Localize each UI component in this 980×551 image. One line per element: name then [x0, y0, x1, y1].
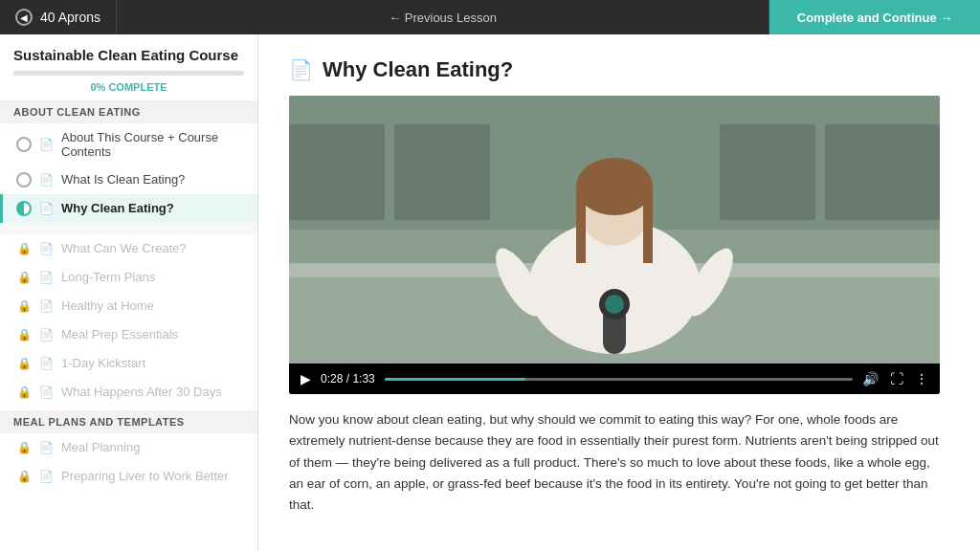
lesson-label-locked-2: Long-Term Plans [61, 270, 155, 284]
lesson-item-locked-1: 🔒 📄 What Can We Create? [0, 234, 257, 263]
fullscreen-icon[interactable]: ⛶ [890, 371, 903, 386]
svg-rect-3 [394, 124, 490, 220]
progress-bar-bg [13, 71, 244, 76]
lesson-circle-icon-2 [16, 172, 32, 187]
complete-continue-button[interactable]: Complete and Continue → [769, 0, 980, 34]
lesson-label-1: About This Course + Course Contents [61, 130, 244, 159]
doc-icon-1: 📄 [39, 138, 54, 151]
doc-icon-locked-7: 📄 [39, 441, 54, 454]
lesson-item-about-course[interactable]: 📄 About This Course + Course Contents [0, 123, 257, 165]
sidebar: Sustainable Clean Eating Course 0% COMPL… [0, 34, 258, 551]
lesson-item-locked-4: 🔒 📄 Meal Prep Essentials [0, 320, 257, 349]
section-header-about: About Clean Eating [0, 100, 257, 123]
lesson-label-preparing-liver: Preparing Liver to Work Better [61, 469, 229, 483]
svg-rect-11 [576, 187, 586, 263]
progress-bar-wrap [0, 71, 257, 79]
more-icon[interactable]: ⋮ [915, 371, 928, 386]
lesson-title-row: 📄 Why Clean Eating? [289, 57, 949, 82]
video-progress-fill [385, 378, 525, 381]
lock-icon-1: 🔒 [16, 241, 32, 256]
doc-icon-locked-3: 📄 [39, 299, 54, 313]
lock-icon-3: 🔒 [16, 298, 32, 314]
lesson-item-meal-planning: 🔒 📄 Meal Planning [0, 433, 257, 462]
lesson-description: Now you know about clean eating, but why… [289, 409, 940, 516]
lock-icon-2: 🔒 [16, 270, 32, 285]
doc-icon-locked-4: 📄 [39, 328, 54, 342]
main-content: 📄 Why Clean Eating? [258, 34, 980, 551]
lock-icon-6: 🔒 [16, 385, 32, 400]
main-layout: Sustainable Clean Eating Course 0% COMPL… [0, 34, 980, 551]
lesson-item-locked-2: 🔒 📄 Long-Term Plans [0, 263, 257, 292]
doc-icon-locked-2: 📄 [39, 271, 54, 284]
course-title: Sustainable Clean Eating Course [0, 46, 257, 71]
lesson-title: Why Clean Eating? [323, 57, 513, 82]
section-header-meal-plans: Meal Plans and Templates [0, 410, 257, 433]
svg-rect-2 [289, 124, 385, 220]
svg-rect-5 [825, 124, 940, 220]
lesson-label-locked-4: Meal Prep Essentials [61, 327, 178, 342]
play-icon[interactable]: ▶ [301, 371, 311, 386]
doc-icon-2: 📄 [39, 173, 54, 187]
back-icon[interactable]: ◀ [15, 9, 33, 26]
lesson-item-locked-5: 🔒 📄 1-Day Kickstart [0, 349, 257, 378]
doc-icon-3: 📄 [39, 202, 54, 215]
lesson-item-why-clean[interactable]: 📄 Why Clean Eating? [0, 194, 257, 223]
lesson-label-locked-6: What Happens After 30 Days [61, 385, 222, 399]
lesson-circle-icon-1 [16, 137, 32, 152]
video-illustration [289, 96, 940, 364]
lesson-label-locked-1: What Can We Create? [61, 241, 187, 255]
top-nav: ◀ 40 Aprons ← Previous Lesson Complete a… [0, 0, 980, 34]
lesson-label-meal-planning: Meal Planning [61, 440, 140, 454]
prev-lesson-btn[interactable]: ← Previous Lesson [116, 0, 769, 34]
lesson-half-icon-3 [16, 201, 32, 216]
video-controls[interactable]: ▶ 0:28 / 1:33 🔊 ⛶ ⋮ [289, 364, 940, 394]
lesson-label-3: Why Clean Eating? [61, 201, 174, 215]
doc-icon-locked-5: 📄 [39, 357, 54, 370]
video-time: 0:28 / 1:33 [321, 372, 375, 386]
video-progress-bar[interactable] [385, 378, 853, 381]
lesson-item-locked-3: 🔒 📄 Healthy at Home [0, 292, 257, 320]
video-player[interactable]: ▶ 0:28 / 1:33 🔊 ⛶ ⋮ [289, 96, 940, 394]
svg-rect-12 [643, 187, 653, 263]
doc-icon-locked-1: 📄 [39, 242, 54, 255]
lock-icon-5: 🔒 [16, 356, 32, 371]
lesson-item-locked-6: 🔒 📄 What Happens After 30 Days [0, 378, 257, 407]
svg-point-17 [605, 295, 624, 314]
doc-icon-locked-6: 📄 [39, 386, 54, 399]
svg-point-10 [576, 158, 653, 215]
lesson-label-locked-5: 1-Day Kickstart [61, 356, 145, 370]
doc-icon-locked-8: 📄 [39, 470, 54, 483]
lock-icon-8: 🔒 [16, 469, 32, 484]
lesson-title-doc-icon: 📄 [289, 58, 313, 81]
lesson-label-locked-3: Healthy at Home [61, 298, 154, 313]
progress-label: 0% COMPLETE [0, 79, 257, 100]
lock-icon-4: 🔒 [16, 327, 32, 342]
brand-label: 40 Aprons [40, 10, 100, 25]
lesson-item-what-is[interactable]: 📄 What Is Clean Eating? [0, 165, 257, 194]
section-header-2 [0, 223, 257, 234]
brand-area[interactable]: ◀ 40 Aprons [0, 9, 116, 26]
lesson-item-preparing-liver: 🔒 📄 Preparing Liver to Work Better [0, 462, 257, 491]
svg-rect-4 [720, 124, 815, 220]
volume-icon[interactable]: 🔊 [862, 371, 879, 386]
lesson-label-2: What Is Clean Eating? [61, 172, 185, 187]
video-thumbnail [289, 96, 940, 364]
lock-icon-7: 🔒 [16, 440, 32, 455]
video-right-controls[interactable]: 🔊 ⛶ ⋮ [862, 371, 928, 386]
